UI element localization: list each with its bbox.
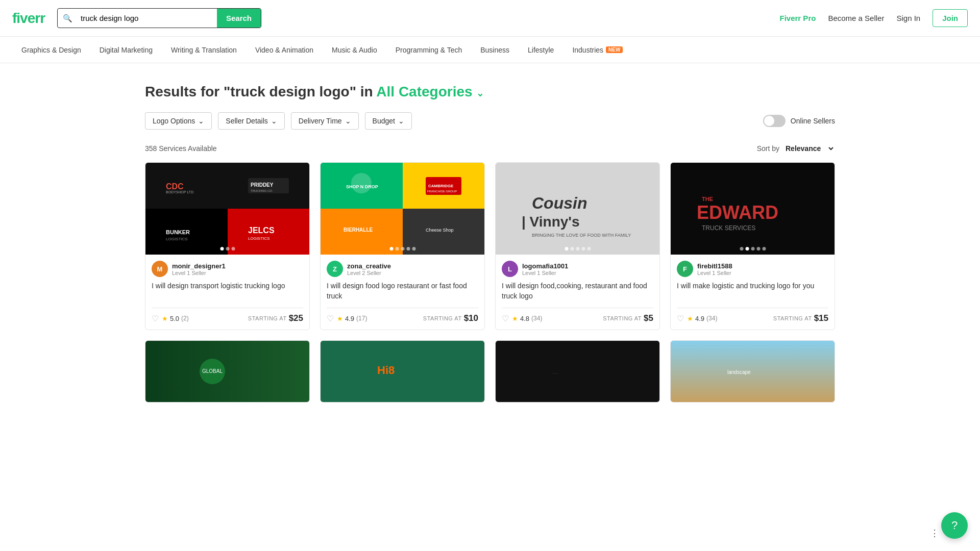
results-grid: CDCBODYSHOP LTD PRIDDEYTRUCKING CO. BUNK… — [145, 162, 835, 330]
review-count: (17) — [356, 315, 367, 322]
star-icon: ★ — [337, 315, 343, 322]
main-content: Results for "truck design logo" in All C… — [133, 63, 847, 403]
seller-name: zona_creative — [347, 262, 391, 270]
star-icon: ★ — [162, 315, 168, 322]
card-image: landscape — [671, 341, 835, 402]
nav-item-video[interactable]: Video & Animation — [246, 37, 323, 63]
svg-text:TRUCK SERVICES: TRUCK SERVICES — [702, 224, 755, 232]
budget-filter[interactable]: Budget ⌄ — [365, 112, 412, 130]
review-count: (34) — [531, 315, 542, 322]
svg-text:Cousin: Cousin — [532, 194, 587, 212]
service-card[interactable]: CDCBODYSHOP LTD PRIDDEYTRUCKING CO. BUNK… — [145, 162, 310, 330]
seller-level: Level 1 Seller — [522, 270, 568, 276]
card-title: I will design food logo restaurant or fa… — [327, 281, 478, 303]
svg-text:THE: THE — [702, 196, 713, 202]
starting-at-label: STARTING AT — [248, 315, 287, 321]
review-count: (34) — [706, 315, 717, 322]
svg-text:PRIDDEY: PRIDDEY — [251, 182, 274, 188]
services-info-row: 358 Services Available Sort by Relevance… — [145, 144, 835, 153]
card-image: ... — [496, 341, 659, 402]
search-button[interactable]: Search — [217, 9, 261, 28]
new-badge: NEW — [606, 46, 623, 53]
service-card[interactable]: SHOP N DROP CAMBRIDGEFRANCHISE GROUP BIE… — [320, 162, 485, 330]
nav-item-digital[interactable]: Digital Marketing — [90, 37, 162, 63]
seller-name: firebitl1588 — [697, 262, 732, 270]
avatar: L — [502, 261, 518, 277]
logo-options-label: Logo Options — [153, 117, 195, 125]
filters-bar: Logo Options ⌄ Seller Details ⌄ Delivery… — [145, 112, 835, 130]
join-button[interactable]: Join — [933, 9, 968, 27]
online-sellers-label: Online Sellers — [791, 117, 835, 125]
price: $5 — [644, 313, 653, 323]
logo-options-filter[interactable]: Logo Options ⌄ — [145, 112, 212, 130]
header-right: Fiverr Pro Become a Seller Sign In Join — [780, 9, 968, 27]
nav-item-writing[interactable]: Writing & Translation — [162, 37, 246, 63]
price: $15 — [814, 313, 828, 323]
chevron-down-icon[interactable]: ⌄ — [476, 88, 484, 98]
seller-details-label: Seller Details — [226, 117, 267, 125]
become-seller-link[interactable]: Become a Seller — [828, 14, 884, 22]
svg-text:EDWARD: EDWARD — [697, 202, 778, 223]
price: $25 — [289, 313, 303, 323]
svg-text:JELCS: JELCS — [248, 226, 275, 235]
services-count: 358 Services Available — [145, 144, 217, 153]
results-title: Results for "truck design logo" in All C… — [145, 84, 835, 100]
service-card[interactable]: landscape — [670, 340, 835, 403]
search-input[interactable] — [78, 10, 217, 27]
favorite-icon[interactable]: ♡ — [152, 314, 159, 323]
fiverr-pro-link[interactable]: Fiverr Pro — [780, 14, 816, 22]
avatar: M — [152, 261, 168, 277]
service-card[interactable]: Hi8 — [320, 340, 485, 403]
seller-name: logomafia1001 — [522, 262, 568, 270]
card-image: CDCBODYSHOP LTD PRIDDEYTRUCKING CO. BUNK… — [145, 163, 309, 255]
online-sellers-switch[interactable] — [763, 115, 786, 127]
svg-text:GLOBAL: GLOBAL — [202, 368, 223, 374]
service-card[interactable]: GLOBAL — [145, 340, 310, 403]
seller-name: monir_designer1 — [172, 262, 226, 270]
svg-text:| Vinny's: | Vinny's — [522, 214, 580, 230]
svg-point-9 — [351, 173, 372, 193]
all-categories-link[interactable]: All Categories — [376, 84, 472, 99]
logo[interactable]: fiverr — [12, 10, 45, 27]
header: fiverr 🔍 Search Fiverr Pro Become a Sell… — [0, 0, 980, 37]
card-title: I will make logistic and trucking logo f… — [677, 281, 828, 303]
avatar: Z — [327, 261, 343, 277]
sort-select[interactable]: Relevance Best Selling Newest — [783, 144, 835, 153]
service-card[interactable]: Cousin | Vinny's BRINGING THE LOVE OF FO… — [495, 162, 660, 330]
rating-value: 4.9 — [345, 315, 354, 322]
price: $10 — [464, 313, 478, 323]
nav-item-graphics[interactable]: Graphics & Design — [12, 37, 90, 63]
service-card[interactable]: ... — [495, 340, 660, 403]
rating: ★ 5.0 (2) — [162, 315, 189, 322]
sort-label: Sort by — [757, 144, 779, 153]
svg-text:LOGISTICS: LOGISTICS — [166, 237, 188, 241]
nav-item-business[interactable]: Business — [471, 37, 519, 63]
delivery-time-filter[interactable]: Delivery Time ⌄ — [291, 112, 359, 130]
chevron-down-icon: ⌄ — [398, 117, 404, 125]
card-title: I will design transport logistic truckin… — [152, 281, 303, 303]
svg-text:Cheese Shop: Cheese Shop — [426, 228, 454, 233]
favorite-icon[interactable]: ♡ — [677, 314, 684, 323]
nav-item-music[interactable]: Music & Audio — [323, 37, 386, 63]
seller-details-filter[interactable]: Seller Details ⌄ — [218, 112, 284, 130]
sign-in-link[interactable]: Sign In — [896, 14, 920, 22]
star-icon: ★ — [512, 315, 518, 322]
favorite-icon[interactable]: ♡ — [327, 314, 334, 323]
svg-text:CAMBRIDGE: CAMBRIDGE — [428, 184, 454, 188]
nav-item-industries[interactable]: Industries NEW — [563, 37, 632, 63]
toggle-knob — [764, 116, 774, 126]
svg-text:TRUCKING CO.: TRUCKING CO. — [251, 189, 273, 192]
svg-text:LOGISTICS: LOGISTICS — [248, 236, 270, 241]
favorite-icon[interactable]: ♡ — [502, 314, 509, 323]
service-card[interactable]: THE EDWARD TRUCK SERVICES F firebitl1588… — [670, 162, 835, 330]
seller-level: Level 1 Seller — [172, 270, 226, 276]
nav-item-lifestyle[interactable]: Lifestyle — [519, 37, 563, 63]
card-title: I will design food,cooking, restaurant a… — [502, 281, 653, 303]
rating: ★ 4.9 (34) — [687, 315, 717, 322]
svg-text:FRANCHISE GROUP: FRANCHISE GROUP — [427, 190, 457, 193]
svg-text:BIERHALLE: BIERHALLE — [344, 227, 373, 233]
svg-text:BUNKER: BUNKER — [166, 229, 190, 235]
nav-item-programming[interactable]: Programming & Tech — [386, 37, 471, 63]
delivery-time-label: Delivery Time — [299, 117, 342, 125]
card-image: SHOP N DROP CAMBRIDGEFRANCHISE GROUP BIE… — [321, 163, 484, 255]
